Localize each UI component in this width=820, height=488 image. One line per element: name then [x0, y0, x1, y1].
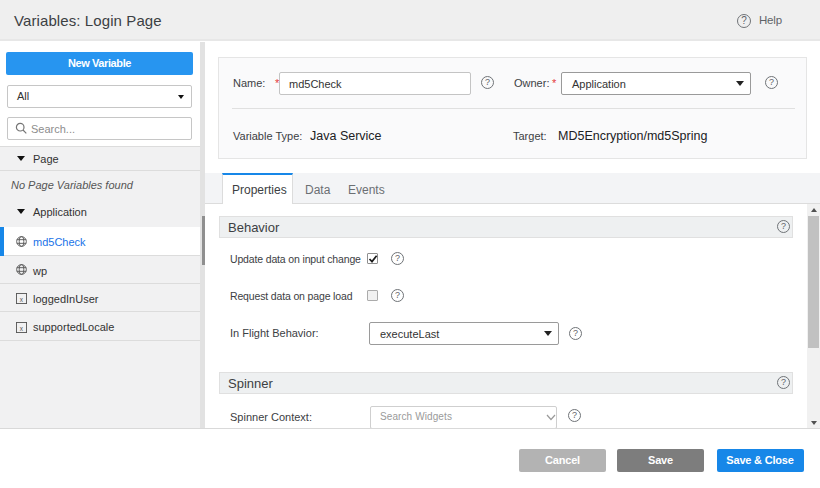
svg-text:x: x	[20, 296, 24, 303]
svg-text:x: x	[20, 325, 24, 332]
